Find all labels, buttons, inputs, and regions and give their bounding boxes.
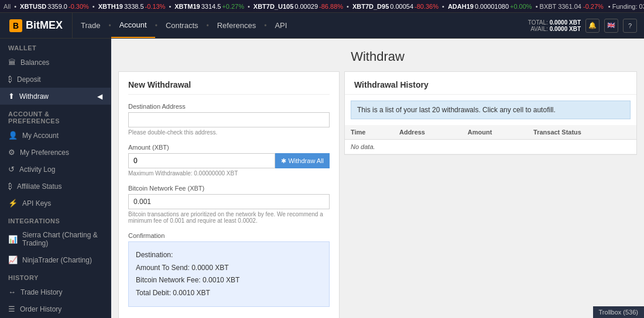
affiliate-icon: ₿ [8, 182, 12, 191]
main-layout: Wallet 🏛 Balances ₿ Deposit ⬆ Withdraw ◀… [0, 39, 644, 318]
nav-api[interactable]: API [266, 13, 295, 38]
avail-value: 0.0000 XBT [550, 26, 581, 32]
balances-icon: 🏛 [8, 58, 16, 67]
sidebar-sierra-label: Sierra Chart (Charting & Trading) [22, 231, 102, 247]
col-time: Time [345, 125, 393, 140]
balance-display: TOTAL: 0.0000 XBT AVAIL: 0.0000 XBT [528, 19, 581, 32]
bxbt-price: • BXBT 3361.04 -0.27% [536, 3, 604, 10]
apikeys-icon: ⚡ [8, 199, 18, 208]
withdrawal-history-heading: Withdrawal History [345, 72, 636, 95]
conf-destination: Destination: [136, 249, 322, 262]
nav-trade[interactable]: Trade [73, 13, 108, 38]
ticker-xbtusd[interactable]: XBTUSD 3359.0 -0.30% [20, 3, 89, 10]
sidebar-preferences-label: My Preferences [20, 148, 69, 157]
sidebar: Wallet 🏛 Balances ₿ Deposit ⬆ Withdraw ◀… [0, 39, 111, 318]
page-title: Withdraw [123, 49, 632, 64]
destination-input[interactable] [128, 112, 330, 127]
confirmation-box: Destination: Amount To Send: 0.0000 XBT … [128, 241, 330, 307]
nav-right: TOTAL: 0.0000 XBT AVAIL: 0.0000 XBT 🔔 🇬🇧… [521, 19, 644, 33]
conf-amount: Amount To Send: 0.0000 XBT [136, 262, 322, 275]
myaccount-icon: 👤 [8, 131, 18, 140]
ticker-all-label[interactable]: All [4, 3, 11, 10]
withdrawal-history-panel: Withdrawal History This is a list of you… [344, 71, 637, 155]
deposit-icon: ₿ [8, 75, 12, 84]
sidebar-item-apikeys[interactable]: ⚡ API Keys [0, 195, 111, 212]
ticker-right: • BXBT 3361.04 -0.27% • Funding: 03:47:1… [536, 3, 644, 10]
destination-row: Destination Address Please double-check … [128, 103, 330, 136]
ticker-xbt7d-d95[interactable]: XBT7D_D95 0.00054 -80.36% [352, 3, 439, 10]
sidebar-deposit-label: Deposit [17, 75, 41, 84]
ticker-adah19[interactable]: ADAH19 0.00001080 +0.00% [448, 3, 532, 10]
language-button[interactable]: 🇬🇧 [604, 19, 618, 33]
withdraw-arrow-icon: ◀ [97, 92, 102, 101]
sidebar-item-balances[interactable]: 🏛 Balances [0, 54, 111, 71]
total-label: TOTAL: [528, 19, 548, 26]
sidebar-withdraw-label: Withdraw [19, 92, 49, 101]
sierra-icon: 📊 [8, 235, 18, 244]
table-row-empty: No data. [345, 140, 636, 154]
nav-links: Trade • Account • Contracts • References… [73, 13, 521, 38]
sidebar-item-withdraw[interactable]: ⬆ Withdraw ◀ [0, 88, 111, 105]
col-amount: Amount [462, 125, 527, 140]
ticker-separator: • [14, 3, 16, 10]
sidebar-item-ninja[interactable]: 📈 NinjaTrader (Charting) [0, 251, 111, 268]
nav-account[interactable]: Account [111, 13, 155, 38]
sidebar-item-deposit[interactable]: ₿ Deposit [0, 71, 111, 88]
ticker-xbt7d-u105[interactable]: XBT7D_U105 0.00029 -86.88% [254, 3, 343, 10]
notifications-button[interactable]: 🔔 [585, 19, 600, 33]
total-value: 0.0000 XBT [550, 19, 581, 26]
sidebar-item-sierra[interactable]: 📊 Sierra Chart (Charting & Trading) [0, 227, 111, 251]
sidebar-affiliate-label: Affiliate Status [17, 182, 62, 191]
conf-total: Total Debit: 0.0010 XBT [136, 287, 322, 300]
preferences-icon: ⚙ [8, 148, 15, 157]
logo-icon: B [9, 19, 22, 32]
confirmation-label: Confirmation [128, 232, 330, 239]
sidebar-activity-label: Activity Log [19, 165, 55, 174]
ticker-xbth19[interactable]: XBTH19 3338.5 -0.13% [98, 3, 166, 10]
sidebar-order-history-label: Order History [20, 305, 61, 313]
fee-label: Bitcoin Network Fee (XBT) [128, 185, 330, 192]
new-withdrawal-heading: New Withdrawal [128, 80, 330, 95]
sidebar-item-myaccount[interactable]: 👤 My Account [0, 127, 111, 144]
help-button[interactable]: ? [623, 19, 637, 33]
fee-input[interactable] [128, 194, 330, 209]
content: Withdraw New Withdrawal Destination Addr… [111, 39, 644, 318]
avail-label: AVAIL: [530, 26, 548, 32]
sidebar-item-activity[interactable]: ↺ Activity Log [0, 161, 111, 178]
amount-hint: Maximum Withdrawable: 0.00000000 XBT [128, 170, 330, 177]
page-title-bar: Withdraw [111, 39, 644, 71]
logo[interactable]: B BitMEX [0, 13, 73, 38]
withdraw-layout: New Withdrawal Destination Address Pleas… [111, 71, 644, 318]
order-history-icon: ☰ [8, 305, 15, 313]
withdraw-icon: ⬆ [8, 92, 15, 101]
no-data-cell: No data. [345, 140, 636, 154]
sidebar-item-trade-history[interactable]: ↔ Trade History [0, 284, 111, 300]
new-withdrawal-panel: New Withdrawal Destination Address Pleas… [118, 71, 340, 318]
trollbox-button[interactable]: Trollbox (536) [593, 306, 644, 318]
logo-text: BitMEX [26, 19, 63, 32]
nav-references[interactable]: References [209, 13, 264, 38]
sidebar-balances-label: Balances [20, 58, 49, 67]
amount-input[interactable] [128, 153, 275, 168]
sidebar-apikeys-label: API Keys [22, 199, 51, 208]
sidebar-item-affiliate[interactable]: ₿ Affiliate Status [0, 178, 111, 195]
fee-row: Bitcoin Network Fee (XBT) Bitcoin transa… [128, 185, 330, 224]
ticker-bar: All • XBTUSD 3359.0 -0.30% • XBTH19 3338… [0, 0, 644, 13]
confirmation-row: Confirmation Destination: Amount To Send… [128, 232, 330, 307]
nav-contracts[interactable]: Contracts [157, 13, 207, 38]
amount-label: Amount (XBT) [128, 144, 330, 151]
history-table: Time Address Amount Transact Status No d… [345, 125, 636, 154]
fee-hint: Bitcoin transactions are prioritized on … [128, 211, 330, 224]
sidebar-item-preferences[interactable]: ⚙ My Preferences [0, 144, 111, 161]
info-section: For security reasons, BitMEX processes w… [128, 315, 330, 318]
sidebar-item-order-history[interactable]: ☰ Order History [0, 300, 111, 317]
ticker-xbtm19[interactable]: XBTM19 3314.5 +0.27% [174, 3, 244, 10]
conf-fee: Bitcoin Network Fee: 0.0010 XBT [136, 274, 322, 287]
account-section-header: Account & Preferences [0, 105, 111, 127]
withdraw-all-button[interactable]: ✱ Withdraw All [275, 153, 330, 168]
col-status: Transact Status [527, 125, 636, 140]
navbar: B BitMEX Trade • Account • Contracts • R… [0, 13, 644, 39]
integrations-section-header: Integrations [0, 212, 111, 227]
dest-hint: Please double-check this address. [128, 129, 330, 136]
col-address: Address [393, 125, 462, 140]
